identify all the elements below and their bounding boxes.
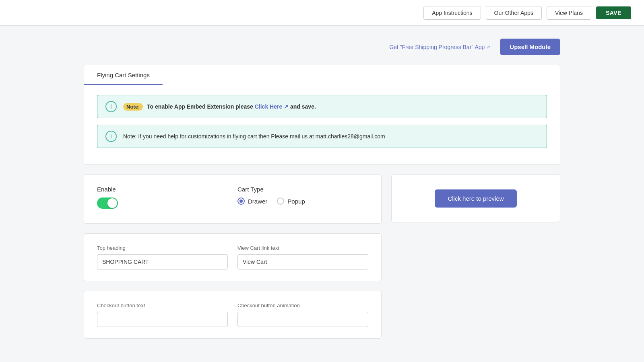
popup-radio-circle <box>277 197 284 205</box>
top-row: Get "Free Shipping Progress Bar" App ↗ U… <box>84 39 560 55</box>
info-banner-2: i Note: If you need help for customizati… <box>97 125 547 148</box>
checkout-animation-input[interactable] <box>237 312 368 327</box>
external-icon-small: ↗ <box>284 103 289 110</box>
settings-row-2: Top heading View Cart link text <box>84 233 560 281</box>
info-banner-1: i Note: To enable App Embed Extension pl… <box>97 95 547 118</box>
view-cart-label: View Cart link text <box>237 245 368 251</box>
tab-bar: Flying Cart Settings <box>84 65 560 85</box>
our-other-apps-button[interactable]: Our Other Apps <box>486 6 542 20</box>
drawer-radio-option[interactable]: Drawer <box>237 197 267 205</box>
checkout-text-label: Checkout button text <box>97 302 228 309</box>
info-icon-2: i <box>105 131 117 142</box>
upsell-module-button[interactable]: Upsell Module <box>500 39 560 55</box>
top-heading-group: Top heading <box>97 245 228 269</box>
card-grid-3: Checkout button text Checkout button ani… <box>97 302 368 327</box>
checkout-text-input[interactable] <box>97 312 228 327</box>
card-grid-1: Enable Cart Type Drawer <box>97 186 368 212</box>
radio-group: Drawer Popup <box>237 197 368 205</box>
popup-radio-option[interactable]: Popup <box>277 197 305 205</box>
card-grid-2: Top heading View Cart link text <box>97 245 368 269</box>
enable-section: Enable <box>97 186 228 209</box>
drawer-radio-circle <box>237 197 245 205</box>
tab-section: Flying Cart Settings i Note: To enable A… <box>84 65 560 165</box>
info-icon-1: i <box>105 101 117 112</box>
free-shipping-link[interactable]: Get "Free Shipping Progress Bar" App ↗ <box>389 44 490 50</box>
save-button[interactable]: SAVE <box>596 6 631 19</box>
header: App Instructions Our Other Apps View Pla… <box>0 0 644 26</box>
banner1-text: Note: To enable App Embed Extension plea… <box>123 103 316 110</box>
settings-row-1: Enable Cart Type Drawer <box>84 174 560 224</box>
tab-flying-cart-settings[interactable]: Flying Cart Settings <box>84 65 163 85</box>
external-link-icon: ↗ <box>486 44 490 50</box>
tab-content: i Note: To enable App Embed Extension pl… <box>84 85 560 164</box>
top-heading-input[interactable] <box>97 254 228 269</box>
heading-viewcart-card: Top heading View Cart link text <box>84 233 382 281</box>
view-cart-group: View Cart link text <box>237 245 368 269</box>
cart-type-label: Cart Type <box>237 186 368 193</box>
preview-card: Click here to preview <box>391 174 560 222</box>
view-cart-input[interactable] <box>237 254 368 269</box>
cart-type-section: Cart Type Drawer Popup <box>237 186 368 212</box>
enable-label: Enable <box>97 186 228 193</box>
checkout-text-group: Checkout button text <box>97 302 228 327</box>
top-heading-label: Top heading <box>97 245 228 251</box>
toggle-knob <box>107 198 117 208</box>
checkout-animation-label: Checkout button animation <box>237 302 368 309</box>
enable-cart-type-card: Enable Cart Type Drawer <box>84 174 382 224</box>
app-instructions-button[interactable]: App Instructions <box>423 6 481 20</box>
main-content: Get "Free Shipping Progress Bar" App ↗ U… <box>64 26 580 352</box>
view-plans-button[interactable]: View Plans <box>547 6 591 20</box>
note-badge-1: Note: <box>123 103 143 111</box>
click-here-link[interactable]: Click Here ↗ <box>255 103 290 110</box>
checkout-card: Checkout button text Checkout button ani… <box>84 291 382 339</box>
enable-toggle[interactable] <box>97 197 118 209</box>
settings-row-3: Checkout button text Checkout button ani… <box>84 291 560 339</box>
preview-button[interactable]: Click here to preview <box>435 189 516 208</box>
checkout-animation-group: Checkout button animation <box>237 302 368 327</box>
